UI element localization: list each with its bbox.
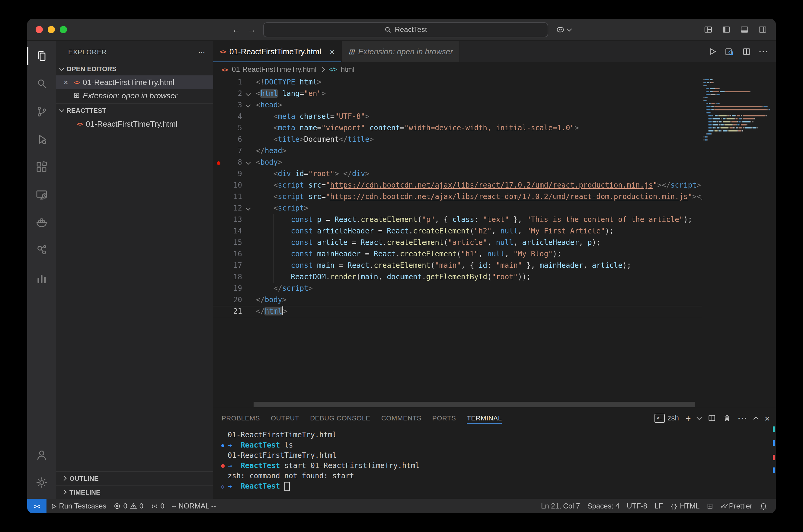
- activity-remote-explorer[interactable]: [27, 181, 56, 209]
- indentation-setting[interactable]: Spaces: 4: [584, 499, 623, 513]
- code-line-16[interactable]: 16 const mainHeader = React.createElemen…: [213, 248, 702, 260]
- vertical-scrollbar[interactable]: [770, 77, 776, 408]
- code-line-13[interactable]: 13 const p = React.createElement("p", { …: [213, 214, 702, 226]
- toggle-sidebar-icon[interactable]: [722, 25, 731, 34]
- more-actions-icon[interactable]: ···: [198, 47, 205, 56]
- ports-indicator[interactable]: 0: [147, 499, 168, 513]
- breakpoint-icon[interactable]: ●: [213, 157, 224, 168]
- copilot-menu[interactable]: [555, 25, 571, 34]
- problems-indicator[interactable]: 0 0: [110, 499, 147, 513]
- code-line-5[interactable]: 5 <meta name="viewport" content="width=d…: [213, 122, 702, 134]
- minimap[interactable]: [702, 77, 770, 408]
- close-window-button[interactable]: [36, 26, 43, 33]
- code-line-21[interactable]: 21</html>: [213, 306, 702, 317]
- panel-tab-ports[interactable]: PORTS: [432, 408, 456, 428]
- panel-tab-debug-console[interactable]: DEBUG CONSOLE: [310, 408, 370, 428]
- code-line-2[interactable]: 2<html lang="en">: [213, 88, 702, 99]
- fold-chevron-icon[interactable]: [242, 99, 254, 111]
- gutter-space[interactable]: [213, 180, 224, 191]
- gutter-space[interactable]: [213, 145, 224, 157]
- forward-button[interactable]: →: [248, 25, 256, 34]
- activity-account[interactable]: [27, 441, 56, 469]
- fold-chevron-icon[interactable]: [242, 88, 254, 99]
- split-terminal-icon[interactable]: [708, 414, 716, 422]
- gutter-space[interactable]: [213, 203, 224, 214]
- vim-mode-indicator[interactable]: -- NORMAL --: [168, 499, 220, 513]
- breadcrumb-file[interactable]: 01-ReactFirstTimeTry.html: [232, 65, 316, 74]
- kill-terminal-icon[interactable]: [723, 414, 731, 422]
- code-line-11[interactable]: 11 <script src="https://cdn.bootcdn.net/…: [213, 191, 702, 203]
- gutter-space[interactable]: [213, 134, 224, 145]
- panel-tab-output[interactable]: OUTPUT: [271, 408, 299, 428]
- open-editors-header[interactable]: OPEN EDITORS: [56, 62, 213, 75]
- panel-tab-comments[interactable]: COMMENTS: [381, 408, 421, 428]
- activity-bar-chart[interactable]: [27, 264, 56, 292]
- activity-docker[interactable]: [27, 209, 56, 236]
- code-line-19[interactable]: 19 </script>: [213, 283, 702, 294]
- code-line-10[interactable]: 10 <script src="https://cdn.bootcdn.net/…: [213, 180, 702, 191]
- code-line-7[interactable]: 7</head>: [213, 145, 702, 157]
- notifications-bell-icon[interactable]: [756, 499, 771, 513]
- open-editor-item[interactable]: ×<>01-ReactFirstTimeTry.html: [56, 75, 213, 89]
- run-file-icon[interactable]: [708, 47, 717, 56]
- split-editor-icon[interactable]: [742, 47, 751, 56]
- code-line-20[interactable]: 20</body>: [213, 294, 702, 306]
- gutter-space[interactable]: [213, 283, 224, 294]
- gutter-space[interactable]: [213, 111, 224, 122]
- gutter-space[interactable]: [213, 99, 224, 111]
- code-line-6[interactable]: 6 <title>Document</title>: [213, 134, 702, 145]
- more-actions-icon[interactable]: ···: [759, 47, 769, 56]
- gutter-space[interactable]: [213, 226, 224, 237]
- timeline-section-header[interactable]: TIMELINE: [56, 485, 213, 499]
- code-line-1[interactable]: 1<!DOCTYPE html>: [213, 77, 702, 88]
- language-mode[interactable]: {} HTML: [667, 499, 703, 513]
- gutter-space[interactable]: [213, 88, 224, 99]
- activity-run-debug[interactable]: [27, 126, 56, 153]
- close-panel-icon[interactable]: ×: [764, 413, 770, 423]
- code-line-4[interactable]: 4 <meta charset="UTF-8">: [213, 111, 702, 122]
- code-line-18[interactable]: 18 ReactDOM.render(main, document.getEle…: [213, 271, 702, 283]
- activity-share[interactable]: [27, 236, 56, 264]
- chevron-down-icon[interactable]: [697, 415, 702, 420]
- code-line-12[interactable]: 12 <script>: [213, 203, 702, 214]
- encoding-setting[interactable]: UTF-8: [623, 499, 651, 513]
- terminal-profile[interactable]: >_ zsh: [655, 414, 679, 422]
- chevron-up-icon[interactable]: [753, 417, 759, 422]
- activity-explorer[interactable]: [27, 42, 56, 70]
- activity-settings[interactable]: [27, 469, 56, 496]
- activity-source-control[interactable]: [27, 98, 56, 126]
- eol-setting[interactable]: LF: [651, 499, 667, 513]
- panel-tab-terminal[interactable]: TERMINAL: [467, 408, 502, 428]
- fold-chevron-icon[interactable]: [242, 203, 254, 214]
- folder-header[interactable]: REACTTEST: [56, 104, 213, 117]
- browser-extension-icon[interactable]: ⊞: [704, 499, 717, 513]
- minimize-window-button[interactable]: [48, 26, 55, 33]
- panel-tab-problems[interactable]: PROBLEMS: [222, 408, 260, 428]
- toggle-panel-icon[interactable]: [740, 25, 749, 34]
- code-line-3[interactable]: 3<head>: [213, 99, 702, 111]
- tab-01-reactfirsttimetry-html[interactable]: <>01-ReactFirstTimeTry.html×: [213, 41, 342, 62]
- formatter-indicator[interactable]: ✓✓ Prettier: [717, 499, 756, 513]
- terminal-output[interactable]: 01-ReactFirstTimeTry.html●→ ReactTest ls…: [213, 428, 776, 499]
- tab-extension-open-in-browser[interactable]: ⊞Extension: open in browser: [342, 41, 460, 62]
- code-line-14[interactable]: 14 const articleHeader = React.createEle…: [213, 226, 702, 237]
- outline-section-header[interactable]: OUTLINE: [56, 471, 213, 485]
- run-testcases-button[interactable]: Run Testcases: [46, 499, 110, 513]
- gutter-space[interactable]: [213, 214, 224, 226]
- gutter-space[interactable]: [213, 306, 224, 317]
- gutter-space[interactable]: [213, 294, 224, 306]
- open-preview-icon[interactable]: [725, 47, 734, 56]
- breadcrumb-symbol[interactable]: html: [341, 65, 354, 74]
- remote-indicator[interactable]: ><: [27, 499, 46, 513]
- customize-layout-icon[interactable]: [704, 25, 713, 34]
- gutter-space[interactable]: [213, 271, 224, 283]
- gutter-space[interactable]: [213, 260, 224, 271]
- file-item[interactable]: <>01-ReactFirstTimeTry.html: [56, 117, 213, 130]
- gutter-space[interactable]: [213, 191, 224, 203]
- gutter-space[interactable]: [213, 168, 224, 180]
- cursor-position[interactable]: Ln 21, Col 7: [537, 499, 584, 513]
- gutter-space[interactable]: [213, 77, 224, 88]
- gutter-space[interactable]: [213, 237, 224, 248]
- gutter-space[interactable]: [213, 248, 224, 260]
- tab-close-icon[interactable]: ×: [330, 47, 334, 56]
